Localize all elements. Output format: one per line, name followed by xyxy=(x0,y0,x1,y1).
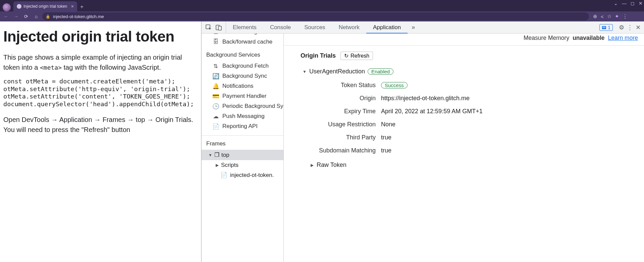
profile-avatar[interactable] xyxy=(3,3,11,11)
devtools-close-icon[interactable]: ✕ xyxy=(636,24,641,31)
issues-count: 1 xyxy=(608,25,610,30)
disclosure-triangle-icon[interactable]: ▶ xyxy=(310,163,314,168)
tab-elements[interactable]: Elements xyxy=(226,21,263,33)
field-val-origin: https://injected-ot-token.glitch.me xyxy=(381,95,644,102)
frames-top-label: top xyxy=(221,152,229,158)
url-text: injected-ot-token.glitch.me xyxy=(53,14,104,19)
application-detail: Measure Memory unavailable Learn more Or… xyxy=(284,34,644,262)
sidebar-item-label: Payment Handler xyxy=(222,93,266,100)
tab-console[interactable]: Console xyxy=(263,21,298,33)
sidebar-item-label: Reporting API xyxy=(222,123,258,130)
content-split: Injected origin trial token This page sh… xyxy=(0,21,644,262)
forward-button[interactable]: → xyxy=(12,12,20,20)
sidebar-item-payment-handler[interactable]: 💳Payment Handler xyxy=(202,91,283,101)
page-title: Injected origin trial token xyxy=(3,28,198,45)
window-icon: ❐ xyxy=(214,151,219,158)
minimize-icon[interactable]: — xyxy=(622,1,627,6)
refresh-label: Refresh xyxy=(351,53,369,59)
tab-network[interactable]: Network xyxy=(332,21,366,33)
field-val-usage: None xyxy=(381,121,644,128)
lock-icon: 🔒 xyxy=(46,14,50,19)
card-icon: 💳 xyxy=(212,93,219,100)
sidebar-section-frames: Frames xyxy=(202,136,283,150)
refresh-button[interactable]: ↻ Refresh xyxy=(340,52,373,60)
success-badge: Success xyxy=(381,82,408,88)
sidebar-item-bg-fetch[interactable]: ⇅Background Fetch xyxy=(202,61,283,71)
origin-trials-header: Origin Trials ↻ Refresh xyxy=(284,46,644,63)
reload-button[interactable]: ⟳ xyxy=(22,12,30,20)
devtools-menu-icon[interactable]: ⋮ xyxy=(627,24,633,31)
disclosure-triangle-icon[interactable]: ▶ xyxy=(215,163,219,168)
refresh-icon: ↻ xyxy=(344,53,348,59)
sidebar-item-cache-storage[interactable]: 🗄Cache Storage xyxy=(202,34,283,37)
devtools-right: ⚙ ⋮ ✕ xyxy=(615,24,644,31)
devtools-tabs: Elements Console Sources Network Applica… xyxy=(226,21,599,33)
maximize-icon[interactable]: ◻ xyxy=(631,1,635,6)
sidebar-section-bg-services: Background Services xyxy=(202,47,283,61)
tab-strip: Injected origin trial token × ＋ ⌄ — ◻ ✕ xyxy=(0,0,644,11)
browser-tab[interactable]: Injected origin trial token × xyxy=(13,1,77,11)
home-button[interactable]: ⌂ xyxy=(32,12,40,20)
bookmark-icon[interactable]: ☆ xyxy=(607,13,611,19)
document-icon: 📄 xyxy=(220,172,227,179)
sidebar-item-reporting-api[interactable]: 📄Reporting API xyxy=(202,121,283,131)
sidebar-item-label: Back/forward cache xyxy=(222,39,272,45)
devtools-toolbar: Elements Console Sources Network Applica… xyxy=(202,21,644,34)
sidebar-item-push-messaging[interactable]: ☁Push Messaging xyxy=(202,111,283,121)
measure-memory-row: Measure Memory unavailable Learn more xyxy=(284,34,644,46)
field-val-subdomain: true xyxy=(381,147,644,154)
tabs-overflow-icon[interactable]: » xyxy=(408,21,419,33)
application-sidebar: 🗄Cache Storage 🗄Back/forward cache Backg… xyxy=(202,34,284,262)
svg-rect-2 xyxy=(218,26,221,30)
disclosure-triangle-icon[interactable]: ▼ xyxy=(303,69,307,74)
field-key-token-status: Token Status xyxy=(284,82,381,89)
devtools-body: 🗄Cache Storage 🗄Back/forward cache Backg… xyxy=(202,34,644,262)
toolbar-actions: ⊕ < ☆ ✦ ⋮ xyxy=(591,13,630,19)
frames-file[interactable]: 📄 injected-ot-token. xyxy=(202,170,283,180)
tab-search-icon[interactable]: ⌄ xyxy=(614,1,618,6)
frames-scripts[interactable]: ▶ Scripts xyxy=(202,160,283,170)
browser-chrome: Injected origin trial token × ＋ ⌄ — ◻ ✕ … xyxy=(0,0,644,21)
frames-top[interactable]: ▼ ❐ top xyxy=(202,150,283,160)
issues-badge[interactable]: 1 xyxy=(599,24,613,31)
tab-application[interactable]: Application xyxy=(366,21,408,33)
settings-icon[interactable]: ⚙ xyxy=(619,24,624,31)
field-key-third-party: Third Party xyxy=(284,134,381,141)
tab-sources[interactable]: Sources xyxy=(298,21,332,33)
raw-token-row[interactable]: ▶ Raw Token xyxy=(284,160,644,169)
share-icon[interactable]: < xyxy=(601,14,604,19)
new-tab-button[interactable]: ＋ xyxy=(77,2,87,11)
devtools-tool-left xyxy=(202,21,226,33)
disclosure-triangle-icon[interactable]: ▼ xyxy=(208,153,212,157)
sidebar-item-notifications[interactable]: 🔔Notifications xyxy=(202,81,283,91)
back-button[interactable]: ← xyxy=(2,12,10,20)
sidebar-item-periodic-bg-sync[interactable]: 🕒Periodic Background Sync xyxy=(202,101,283,111)
bell-icon: 🔔 xyxy=(212,83,219,89)
field-key-usage: Usage Restriction xyxy=(284,121,381,128)
tab-close-icon[interactable]: × xyxy=(71,4,74,9)
sidebar-item-bfcache[interactable]: 🗄Back/forward cache xyxy=(202,37,283,47)
inspect-icon[interactable] xyxy=(204,22,214,32)
field-val-expiry: April 20, 2022 at 12:59:59 AM GMT+1 xyxy=(381,108,644,115)
code-block: const otMeta = document.createElement('m… xyxy=(3,78,198,108)
browser-menu-icon[interactable]: ⋮ xyxy=(623,13,628,19)
close-window-icon[interactable]: ✕ xyxy=(639,1,643,6)
instructions-paragraph: Open DevTools → Application → Frames → t… xyxy=(3,115,198,135)
svg-rect-5 xyxy=(603,27,605,28)
intro-paragraph: This page shows a simple example of inje… xyxy=(3,52,198,72)
zoom-icon[interactable]: ⊕ xyxy=(593,13,597,19)
sidebar-item-label: Background Fetch xyxy=(222,63,269,69)
address-bar[interactable]: 🔒 injected-ot-token.glitch.me xyxy=(42,12,589,20)
field-val-token-status: Success xyxy=(381,82,644,89)
sidebar-item-label: Push Messaging xyxy=(222,113,265,120)
extensions-icon[interactable]: ✦ xyxy=(615,13,619,19)
intro-text-b: tag with the following JavaScript. xyxy=(62,64,161,71)
device-toggle-icon[interactable] xyxy=(214,22,224,32)
learn-more-link[interactable]: Learn more xyxy=(608,35,638,42)
trial-row[interactable]: ▼ UserAgentReduction Enabled xyxy=(284,63,644,81)
sidebar-item-bg-sync[interactable]: 🔄Background Sync xyxy=(202,71,283,81)
sidebar-item-label: Background Sync xyxy=(222,73,267,79)
field-val-third-party: true xyxy=(381,134,644,141)
cloud-icon: ☁ xyxy=(212,113,219,120)
raw-token-label: Raw Token xyxy=(317,161,346,169)
